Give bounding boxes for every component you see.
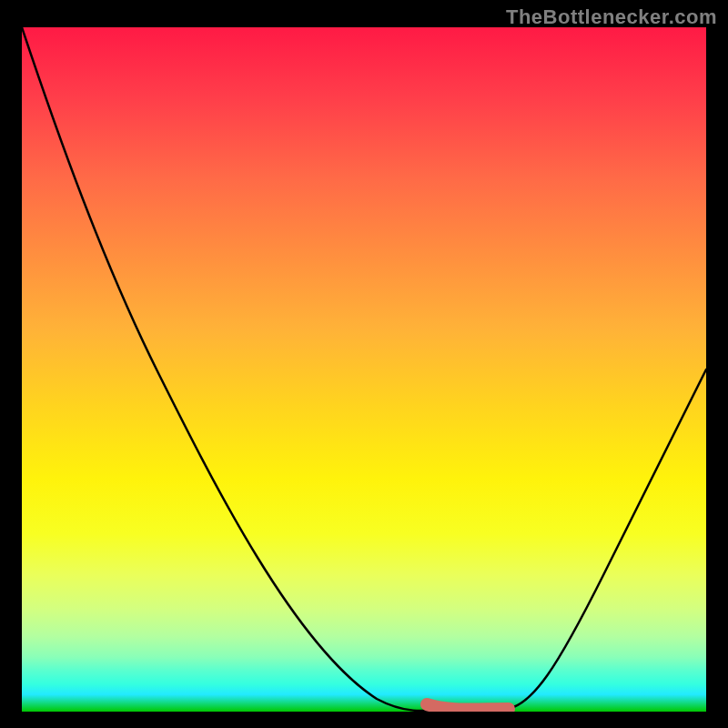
curve-overlay — [22, 27, 706, 712]
watermark-text: TheBottlenecker.com — [506, 5, 717, 29]
bottleneck-curve — [22, 27, 706, 711]
chart-container: TheBottlenecker.com — [0, 0, 728, 728]
plot-area — [22, 27, 706, 712]
optimal-range-marker — [427, 704, 509, 710]
